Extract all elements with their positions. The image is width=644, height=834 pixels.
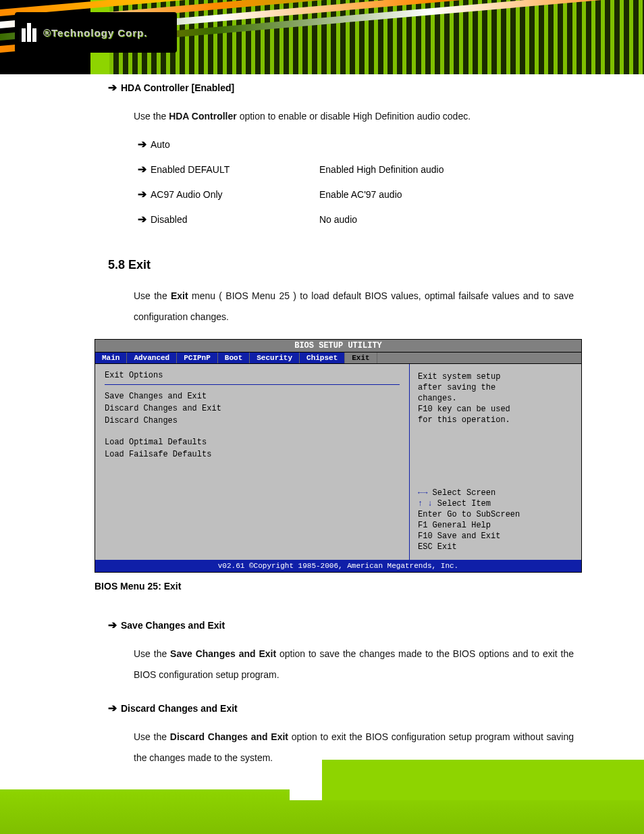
- option-intro: Use the HDA Controller option to enable …: [134, 106, 574, 127]
- bios-help-key: ESC Exit: [418, 542, 573, 552]
- bios-body: Exit Options Save Changes and Exit Disca…: [95, 364, 581, 560]
- bios-tabs: Main Advanced PCIPnP Boot Security Chips…: [95, 353, 581, 364]
- logo-icon: [22, 23, 36, 42]
- text-bold: HDA Controller: [169, 111, 237, 122]
- bios-title: BIOS SETUP UTILITY: [95, 340, 581, 353]
- option-description: Use the Save Changes and Exit option to …: [134, 644, 574, 685]
- option-heading: ➔ Discard Changes and Exit: [108, 702, 574, 714]
- bios-help-key: F1 General Help: [418, 521, 573, 530]
- bios-help-text: Exit system setup: [418, 372, 573, 382]
- bios-help-text: after saving the: [418, 383, 573, 392]
- arrow-left-right-icon: ←→: [418, 488, 427, 498]
- top-decorative-band: ®Technology Corp.: [0, 0, 644, 74]
- arrow-right-icon: ➔: [108, 81, 117, 94]
- text: menu (: [192, 290, 222, 301]
- bios-tab-security[interactable]: Security: [250, 353, 300, 363]
- option-value-list: ➔ Auto ➔ Enabled DEFAULT Enabled High De…: [138, 138, 574, 226]
- text: Use the: [134, 648, 170, 659]
- option-value-row: ➔ AC97 Audio Only Enable AC'97 audio: [138, 188, 574, 201]
- text: Use the: [134, 111, 169, 122]
- option-heading: ➔ HDA Controller [Enabled]: [108, 81, 574, 94]
- divider: [105, 384, 400, 385]
- bottom-decorative-band: [0, 760, 644, 834]
- text: Use the: [134, 731, 170, 742]
- option-value-label: Enabled DEFAULT: [151, 164, 319, 175]
- text-bold: Exit: [171, 290, 188, 301]
- option-value-label: AC97 Audio Only: [151, 189, 319, 200]
- section-heading: 5.8 Exit: [108, 258, 574, 272]
- bios-screenshot: BIOS SETUP UTILITY Main Advanced PCIPnP …: [95, 339, 582, 573]
- figure-caption: BIOS Menu 25: Exit: [95, 581, 574, 592]
- arrow-right-icon: ➔: [108, 702, 117, 714]
- bios-tab-pcipnp[interactable]: PCIPnP: [177, 353, 218, 363]
- arrow-right-icon: ➔: [138, 188, 146, 201]
- bios-help-text: F10 key can be used: [418, 405, 573, 414]
- bios-help-text: changes.: [418, 394, 573, 403]
- arrow-right-icon: ➔: [138, 138, 146, 151]
- bios-help-text: for this operation.: [418, 415, 573, 425]
- option-value-label: Disabled: [151, 214, 319, 225]
- option-value-row: ➔ Disabled No audio: [138, 213, 574, 226]
- section-intro: Use the Exit menu ( BIOS Menu 25 ) to lo…: [134, 286, 574, 328]
- page-content: ➔ HDA Controller [Enabled] Use the HDA C…: [108, 81, 574, 768]
- text-bold: Discard Changes and Exit: [170, 731, 288, 742]
- option-value-desc: Enabled High Definition audio: [319, 164, 574, 175]
- option-value-row: ➔ Auto: [138, 138, 574, 151]
- bios-menu-item[interactable]: Load Failsafe Defaults: [105, 450, 400, 459]
- bios-menu-item[interactable]: Discard Changes and Exit: [105, 404, 400, 413]
- bios-help-key: ↑ ↓ Select Item: [418, 499, 573, 509]
- bios-tab-main[interactable]: Main: [95, 353, 127, 363]
- option-heading: ➔ Save Changes and Exit: [108, 619, 574, 631]
- text-ref: BIOS Menu 25: [225, 290, 290, 301]
- bios-group-label: Exit Options: [105, 371, 400, 380]
- bios-help-key: F10 Save and Exit: [418, 531, 573, 541]
- text: Use the: [134, 290, 171, 301]
- bios-left-pane: Exit Options Save Changes and Exit Disca…: [95, 364, 409, 560]
- brand-badge: ®Technology Corp.: [15, 12, 177, 53]
- bios-tab-exit[interactable]: Exit: [345, 353, 377, 363]
- bios-footer: v02.61 ©Copyright 1985-2006, American Me…: [95, 560, 581, 572]
- option-value-desc: Enable AC'97 audio: [319, 189, 574, 200]
- bios-tab-advanced[interactable]: Advanced: [127, 353, 177, 363]
- bios-menu-item[interactable]: Discard Changes: [105, 416, 400, 425]
- arrow-right-icon: ➔: [138, 163, 146, 176]
- arrow-right-icon: ➔: [108, 619, 117, 631]
- arrow-up-down-icon: ↑ ↓: [418, 499, 433, 509]
- bios-tab-boot[interactable]: Boot: [218, 353, 250, 363]
- option-heading-text: Save Changes and Exit: [121, 620, 225, 631]
- option-value-label: Auto: [151, 139, 319, 150]
- option-value-desc: No audio: [319, 214, 574, 225]
- option-heading-text: HDA Controller [Enabled]: [121, 82, 234, 93]
- option-value-row: ➔ Enabled DEFAULT Enabled High Definitio…: [138, 163, 574, 176]
- bios-help-pane: Exit system setup after saving the chang…: [409, 364, 581, 560]
- brand-text: ®Technology Corp.: [43, 27, 147, 38]
- arrow-right-icon: ➔: [138, 213, 146, 226]
- decorative-curve: [0, 760, 644, 800]
- bios-help-key: ←→ Select Screen: [418, 488, 573, 498]
- bios-help-key: Enter Go to SubScreen: [418, 510, 573, 519]
- text-bold: Save Changes and Exit: [170, 648, 276, 659]
- text: option to enable or disable High Definit…: [240, 111, 471, 122]
- bios-menu-item[interactable]: Load Optimal Defaults: [105, 438, 400, 447]
- bios-tab-chipset[interactable]: Chipset: [300, 353, 345, 363]
- option-heading-text: Discard Changes and Exit: [121, 703, 238, 714]
- bios-menu-item[interactable]: Save Changes and Exit: [105, 392, 400, 401]
